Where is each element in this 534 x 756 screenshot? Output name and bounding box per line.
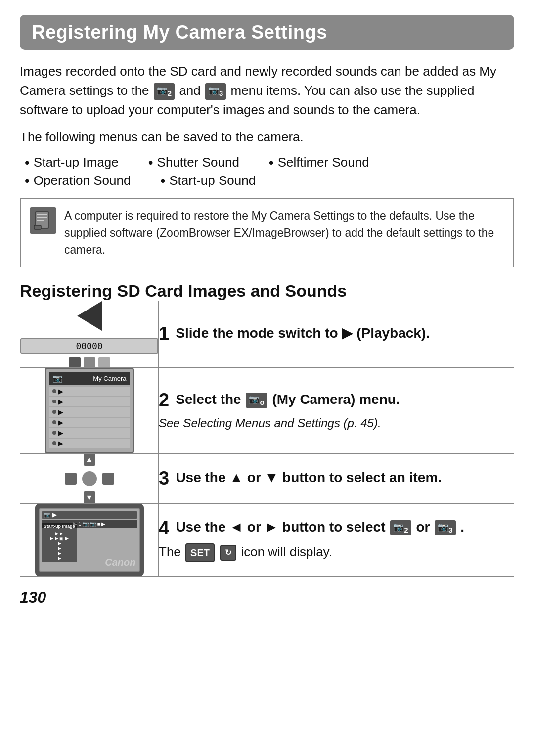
section-title: Registering SD Card Images and Sounds — [20, 281, 514, 301]
canon-label: Canon — [105, 557, 135, 568]
step-2-text: 2 Select the 📷o (My Camera) menu. See Se… — [159, 367, 514, 453]
note-box: A computer is required to restore the My… — [20, 198, 514, 267]
step-3-instruction: Use the ▲ or ▼ button to select an item. — [176, 470, 442, 485]
menu-icon: 📷 — [52, 374, 62, 383]
bullet-dot: • — [269, 156, 274, 170]
nav-center-btn — [82, 471, 97, 486]
step-2-number: 2 — [159, 390, 169, 411]
bullet-dot: • — [25, 174, 30, 188]
menu-row-3: ▶ — [49, 407, 130, 417]
step-1-instruction: Slide the mode switch to ▶ (Playback). — [176, 325, 430, 341]
step-3-number: 3 — [159, 468, 169, 489]
menu-row-5: ▶ — [49, 428, 130, 438]
note-icon — [30, 207, 56, 234]
bullet-dot: • — [148, 156, 153, 170]
svg-rect-4 — [34, 225, 41, 229]
page-number: 130 — [20, 588, 514, 607]
menu-header: 📷 My Camera — [49, 372, 130, 385]
step-row-2: 📷 My Camera ▶ ▶ ▶ — [20, 367, 514, 453]
bullet-label: Operation Sound — [34, 173, 131, 188]
startup-image-label: Start-up Image — [42, 523, 77, 530]
my-cam-icon-b: 📷3 — [435, 520, 455, 536]
step-4-text: 4 Use the ◄ or ► button to select 📷2 or … — [159, 503, 514, 576]
bullet-label: Shutter Sound — [157, 155, 239, 170]
counter-display: 00000 — [20, 338, 158, 354]
menu-row-6: ▶ — [49, 439, 130, 448]
step-4-image: 📷 ▶ ▶ 1 📷 📷 ■ ▶ Canon — [20, 503, 159, 576]
svg-rect-1 — [37, 214, 47, 215]
my-cam-icon-a: 📷2 — [390, 520, 411, 536]
menu-title: My Camera — [93, 375, 126, 382]
step-row-1: 00000 1 Slide the mode switch to ▶ (Play… — [20, 301, 514, 367]
menu-dot — [52, 400, 56, 403]
step-2-image: 📷 My Camera ▶ ▶ ▶ — [20, 367, 159, 453]
step-4-instruction: Use the ◄ or ► button to select 📷2 or 📷3… — [176, 519, 464, 534]
svg-rect-3 — [37, 220, 44, 221]
intro-paragraph: Images recorded onto the SD card and new… — [20, 62, 514, 120]
bullet-dot: • — [160, 174, 165, 188]
step-4-number: 4 — [159, 517, 169, 538]
menu-dot — [52, 389, 56, 393]
camera-large: 📷 ▶ ▶ 1 📷 📷 ■ ▶ Canon — [35, 504, 144, 576]
playback-arrow-icon — [77, 301, 102, 331]
camera-screen: 📷 ▶ ▶ 1 📷 📷 ■ ▶ Canon — [39, 508, 140, 572]
my-camera-icon-2: 📷3 — [205, 83, 226, 100]
intro-text-and: and — [179, 83, 200, 98]
menu-dot — [52, 410, 56, 414]
menu-row-2: ▶ — [49, 397, 130, 406]
bullet-label: Start-up Image — [34, 155, 119, 170]
bullet-row-2: • Operation Sound • Start-up Sound — [25, 173, 514, 188]
step-4-sub: The SET ↻ icon will display. — [159, 542, 514, 562]
menu-dot — [52, 420, 56, 424]
icon-bar — [20, 357, 158, 367]
menu-row-1: ▶ — [49, 387, 130, 396]
nav-up-arrow: ▲ — [86, 455, 93, 464]
note-text: A computer is required to restore the My… — [64, 207, 504, 259]
step-row-4: 📷 ▶ ▶ 1 📷 📷 ■ ▶ Canon — [20, 503, 514, 576]
page-title-box: Registering My Camera Settings — [20, 15, 514, 50]
nav-cross: ▲ ▼ — [65, 454, 114, 503]
small-icon-3 — [98, 357, 110, 367]
set-button-icon: SET — [185, 543, 215, 562]
step-1-image: 00000 — [20, 301, 159, 367]
menu-icon-row: 📷 📷 ■ ▶ — [83, 521, 105, 527]
my-camera-icon-1: 📷2 — [154, 83, 175, 100]
nav-right-btn — [102, 473, 114, 485]
bullet-list: • Start-up Image • Shutter Sound • Selft… — [25, 155, 514, 188]
steps-table: 00000 1 Slide the mode switch to ▶ (Play… — [20, 301, 514, 577]
intro-paragraph2: The following menus can be saved to the … — [20, 128, 514, 147]
menu-screen: 📷 My Camera ▶ ▶ ▶ — [45, 368, 134, 453]
step-1-text: 1 Slide the mode switch to ▶ (Playback). — [159, 301, 514, 367]
bullet-shutter-sound: • Shutter Sound — [148, 155, 239, 170]
step-1-number: 1 — [159, 323, 169, 345]
page-title: Registering My Camera Settings — [32, 22, 502, 43]
bullet-dot: • — [25, 156, 30, 170]
menu-items: ▶ ▶ ▶ ▶ ▣ ▶ ▶ ▶ ▶ ▶ — [42, 530, 77, 562]
bullet-label: Selftimer Sound — [278, 155, 369, 170]
screen-label-icons: 📷 ▶ — [44, 512, 56, 518]
menu-dot — [52, 441, 56, 445]
nav-left-btn — [65, 473, 77, 485]
bullet-startup-image: • Start-up Image — [25, 155, 119, 170]
bullet-row-1: • Start-up Image • Shutter Sound • Selft… — [25, 155, 514, 170]
nav-down-arrow: ▼ — [86, 493, 93, 502]
step-3-image: ▲ ▼ — [20, 453, 159, 503]
bullet-label: Start-up Sound — [169, 173, 256, 188]
bullet-operation-sound: • Operation Sound — [25, 173, 131, 188]
bullet-selftimer-sound: • Selftimer Sound — [269, 155, 369, 170]
step-3-text: 3 Use the ▲ or ▼ button to select an ite… — [159, 453, 514, 503]
rotate-icon: ↻ — [220, 545, 236, 561]
menu-row-4: ▶ — [49, 418, 130, 427]
step-2-instruction: Select the 📷o (My Camera) menu. — [176, 392, 400, 407]
svg-rect-2 — [37, 217, 47, 218]
bullet-startup-sound: • Start-up Sound — [160, 173, 256, 188]
small-icon-2 — [84, 357, 95, 367]
step-2-sub: See Selecting Menus and Settings (p. 45)… — [159, 415, 514, 432]
my-camera-menu-icon: 📷o — [246, 393, 267, 408]
small-icon-1 — [69, 357, 81, 367]
menu-dot — [52, 431, 56, 435]
step-row-3: ▲ ▼ 3 Use the ▲ or ▼ button to select an… — [20, 453, 514, 503]
